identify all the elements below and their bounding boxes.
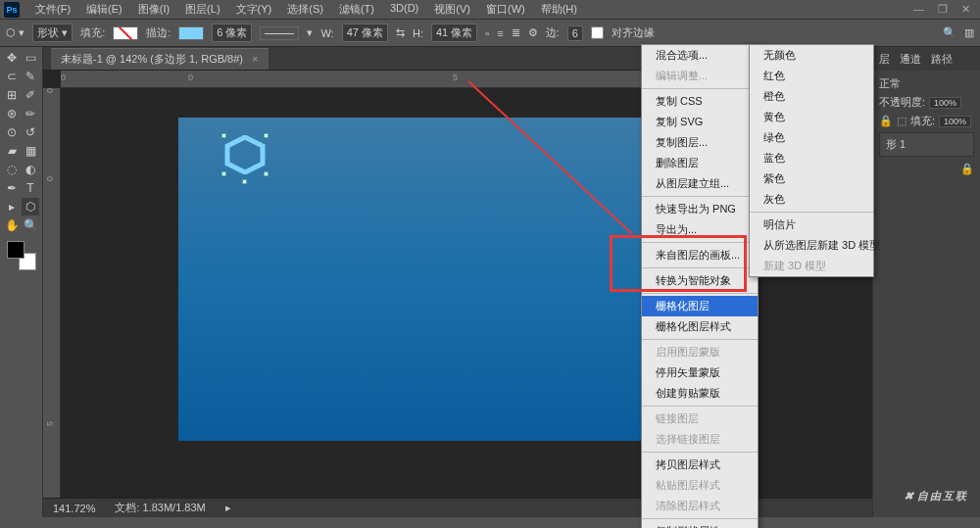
- eraser-tool[interactable]: ▰: [3, 142, 21, 160]
- menu-item[interactable]: 蓝色: [750, 148, 873, 168]
- menu-item[interactable]: 拷贝图层样式: [642, 455, 758, 475]
- menu-dd[interactable]: 3D(D): [382, 2, 426, 17]
- gradient-tool[interactable]: ▦: [22, 142, 39, 160]
- tab-channels[interactable]: 通道: [900, 52, 921, 67]
- menu-item[interactable]: 灰色: [750, 189, 873, 210]
- gear-icon[interactable]: ⚙: [528, 26, 538, 39]
- height-label: H:: [413, 27, 423, 39]
- layer-name: 形 1: [886, 138, 906, 150]
- menu-item[interactable]: 复制形状属性: [642, 521, 758, 528]
- stamp-tool[interactable]: ⊙: [3, 123, 21, 141]
- lock-icon[interactable]: 🔒: [960, 163, 974, 175]
- stroke-swatch[interactable]: [178, 26, 204, 40]
- close-button[interactable]: ✕: [961, 3, 970, 16]
- menu-item[interactable]: 无颜色: [750, 45, 873, 66]
- tab-paths[interactable]: 路径: [931, 52, 953, 67]
- fill-label: 填充:: [80, 25, 105, 40]
- blend-mode-select[interactable]: 正常: [879, 76, 901, 91]
- crop-tool[interactable]: ⊞: [3, 86, 21, 104]
- menu-item[interactable]: 绿色: [750, 127, 873, 148]
- layer-item[interactable]: 形 1: [879, 132, 974, 157]
- menu-item[interactable]: 快速导出为 PNG: [642, 199, 758, 219]
- menu-item[interactable]: 来自图层的画板...: [642, 245, 758, 265]
- artboard-tool[interactable]: ▭: [22, 49, 39, 67]
- workspace-icon[interactable]: ▥: [964, 26, 974, 39]
- color-swatches[interactable]: [7, 241, 36, 270]
- menu-item: 新建 3D 模型: [750, 256, 873, 276]
- document-tab[interactable]: 未标题-1 @ 142% (多边形 1, RGB/8#) ×: [51, 48, 269, 70]
- menu-e[interactable]: 编辑(E): [78, 2, 130, 17]
- move-tool[interactable]: ✥: [3, 49, 21, 67]
- height-input[interactable]: 41 像素: [431, 24, 477, 42]
- menu-item[interactable]: 导出为...: [642, 219, 758, 240]
- menu-item[interactable]: 复制 CSS: [642, 91, 758, 112]
- menu-item[interactable]: 从所选图层新建 3D 模型: [750, 235, 873, 256]
- sides-label: 边:: [546, 25, 560, 40]
- menu-item[interactable]: 复制图层...: [642, 132, 758, 153]
- menu-h[interactable]: 帮助(H): [533, 2, 585, 17]
- path-select-tool[interactable]: ▸: [3, 198, 21, 216]
- path-ops-icon[interactable]: ▫: [485, 27, 489, 39]
- menu-f[interactable]: 文件(F): [27, 2, 78, 17]
- shape-tool[interactable]: ⬡: [22, 198, 39, 216]
- menu-item[interactable]: 混合选项...: [642, 45, 758, 66]
- menu-item[interactable]: 删除图层: [642, 153, 758, 173]
- align-edges-checkbox[interactable]: [591, 26, 604, 39]
- eyedropper-tool[interactable]: ✐: [22, 86, 39, 104]
- menu-t[interactable]: 滤镜(T): [331, 2, 382, 17]
- dodge-tool[interactable]: ◐: [22, 161, 39, 178]
- shape-tool-icon[interactable]: ⬡ ▾: [6, 26, 24, 39]
- link-wh-icon[interactable]: ⇆: [396, 26, 405, 39]
- arrange-icon[interactable]: ≣: [512, 26, 520, 39]
- quick-select-tool[interactable]: ✎: [22, 68, 39, 85]
- menu-item[interactable]: 转换为智能对象: [642, 270, 758, 291]
- tab-close-icon[interactable]: ×: [252, 53, 258, 65]
- menu-item[interactable]: 橙色: [750, 86, 873, 107]
- menu-item[interactable]: 明信片: [750, 215, 873, 235]
- menu-item[interactable]: 创建剪贴蒙版: [642, 383, 758, 404]
- menu-item[interactable]: 停用矢量蒙版: [642, 362, 758, 383]
- menu-item[interactable]: 红色: [750, 66, 873, 86]
- fill-opacity-input[interactable]: 100%: [939, 116, 971, 127]
- width-input[interactable]: 47 像素: [342, 24, 388, 42]
- restore-button[interactable]: ❐: [938, 3, 948, 16]
- fill-opacity-label: 填充:: [910, 114, 935, 128]
- type-tool[interactable]: T: [22, 179, 39, 197]
- menu-s[interactable]: 选择(S): [279, 2, 331, 17]
- menu-i[interactable]: 图像(I): [130, 2, 177, 17]
- width-label: W:: [320, 27, 333, 39]
- menu-item[interactable]: 紫色: [750, 168, 873, 189]
- tab-layers[interactable]: 层: [879, 52, 890, 67]
- align-icon[interactable]: ≡: [497, 27, 503, 39]
- polygon-shape[interactable]: [223, 135, 267, 174]
- menu-v[interactable]: 视图(V): [426, 2, 478, 17]
- opacity-input[interactable]: 100%: [929, 97, 961, 109]
- menu-item[interactable]: 栅格化图层: [642, 296, 758, 316]
- search-icon[interactable]: 🔍: [943, 26, 956, 39]
- menu-item: 选择链接图层: [642, 429, 758, 450]
- lasso-tool[interactable]: ⊂: [3, 68, 21, 85]
- blur-tool[interactable]: ◌: [3, 161, 21, 178]
- doc-size: 文档: 1.83M/1.83M: [115, 501, 205, 515]
- zoom-value[interactable]: 141.72%: [53, 503, 95, 514]
- fill-swatch[interactable]: [113, 26, 138, 40]
- pen-tool[interactable]: ✒: [3, 179, 21, 197]
- menu-item[interactable]: 从图层建立组...: [642, 173, 758, 194]
- sides-input[interactable]: 6: [567, 25, 583, 41]
- hand-tool[interactable]: ✋: [3, 216, 21, 234]
- stroke-width-input[interactable]: 6 像素: [212, 24, 252, 42]
- menu-w[interactable]: 窗口(W): [478, 2, 533, 17]
- brush-tool[interactable]: ✏: [22, 105, 39, 122]
- menu-item[interactable]: 复制 SVG: [642, 112, 758, 132]
- opacity-label: 不透明度:: [879, 95, 925, 110]
- history-brush-tool[interactable]: ↺: [22, 123, 39, 141]
- menu-l[interactable]: 图层(L): [177, 2, 227, 17]
- menu-item[interactable]: 黄色: [750, 107, 873, 127]
- zoom-tool[interactable]: 🔍: [22, 216, 39, 234]
- minimize-button[interactable]: —: [913, 3, 924, 16]
- menu-item[interactable]: 栅格化图层样式: [642, 316, 758, 337]
- menu-y[interactable]: 文字(Y): [228, 2, 280, 17]
- stroke-label: 描边:: [146, 25, 171, 40]
- heal-tool[interactable]: ⊛: [3, 105, 21, 122]
- tool-mode-select[interactable]: 形状 ▾: [32, 24, 73, 42]
